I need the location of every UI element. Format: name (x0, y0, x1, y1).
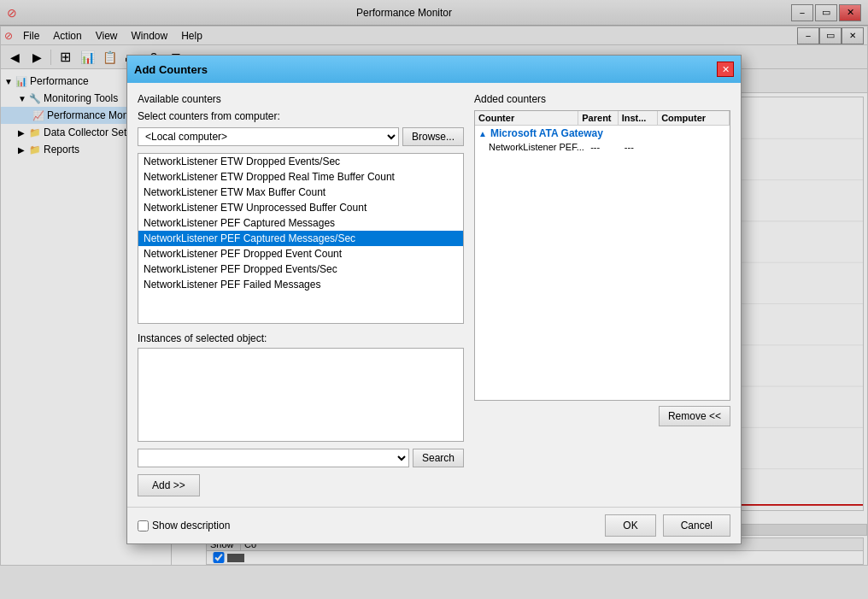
instances-label: Instances of selected object: (138, 332, 464, 344)
added-counter-name: NetworkListener PEF... (489, 142, 590, 152)
dialog-title-bar: Add Counters ✕ (127, 56, 741, 83)
counter-item-8[interactable]: NetworkListener PEF Failed Messages (138, 277, 463, 292)
ok-btn[interactable]: OK (605, 514, 655, 537)
dialog-right-panel: Added counters Counter Parent Inst... Co… (474, 93, 730, 496)
search-btn[interactable]: Search (413, 449, 464, 467)
dialog-title: Add Counters (134, 63, 208, 76)
add-btn[interactable]: Add >> (138, 474, 200, 496)
counter-item-2[interactable]: NetworkListener ETW Max Buffer Count (138, 185, 463, 200)
show-description-label: Show description (152, 520, 230, 531)
remove-btn[interactable]: Remove << (659, 406, 730, 426)
search-row: Search (138, 449, 464, 467)
dialog-close-btn[interactable]: ✕ (717, 62, 734, 77)
show-description-checkbox[interactable] (138, 520, 149, 531)
computer-select-row: <Local computer> Browse... (138, 127, 464, 146)
dialog-overlay: Add Counters ✕ Available counters Select… (0, 0, 868, 566)
add-counters-dialog: Add Counters ✕ Available counters Select… (126, 55, 742, 544)
counter-item-3[interactable]: NetworkListener ETW Unprocessed Buffer C… (138, 200, 463, 215)
added-counters-label: Added counters (474, 93, 730, 105)
added-counters-header: Counter Parent Inst... Computer (475, 111, 730, 126)
header-parent: Parent (578, 111, 618, 125)
counter-item-7[interactable]: NetworkListener PEF Dropped Events/Sec (138, 261, 463, 277)
header-computer: Computer (658, 111, 730, 125)
dialog-left-panel: Available counters Select counters from … (138, 93, 464, 496)
instances-list (138, 348, 464, 442)
show-description-row: Show description (138, 520, 230, 531)
browse-btn[interactable]: Browse... (402, 127, 464, 146)
counters-list[interactable]: NetworkListener ETW Dropped Events/Sec N… (138, 153, 464, 324)
added-counter-inst: --- (625, 142, 659, 152)
added-counter-parent: --- (590, 142, 625, 152)
cancel-btn[interactable]: Cancel (663, 514, 730, 537)
counter-item-0[interactable]: NetworkListener ETW Dropped Events/Sec (138, 154, 463, 169)
available-counters-label: Available counters (138, 93, 464, 105)
dialog-body: Available counters Select counters from … (127, 83, 741, 507)
counter-group-0[interactable]: ▲ Microsoft ATA Gateway (475, 126, 730, 141)
counter-item-6[interactable]: NetworkListener PEF Dropped Event Count (138, 246, 463, 261)
select-from-label: Select counters from computer: (138, 110, 464, 122)
computer-dropdown[interactable]: <Local computer> (138, 127, 399, 146)
counter-item-4[interactable]: NetworkListener PEF Captured Messages (138, 215, 463, 231)
header-inst: Inst... (619, 111, 658, 125)
group-name-0: Microsoft ATA Gateway (490, 127, 603, 139)
footer-buttons: OK Cancel (605, 514, 730, 537)
counter-item-1[interactable]: NetworkListener ETW Dropped Real Time Bu… (138, 169, 463, 185)
header-counter: Counter (475, 111, 578, 125)
added-counter-row-0: NetworkListener PEF... --- --- (475, 141, 730, 153)
search-dropdown[interactable] (138, 449, 409, 467)
dialog-footer: Show description OK Cancel (127, 507, 741, 543)
added-counters-table: Counter Parent Inst... Computer ▲ Micros… (474, 110, 730, 401)
counter-item-5[interactable]: NetworkListener PEF Captured Messages/Se… (138, 231, 463, 246)
